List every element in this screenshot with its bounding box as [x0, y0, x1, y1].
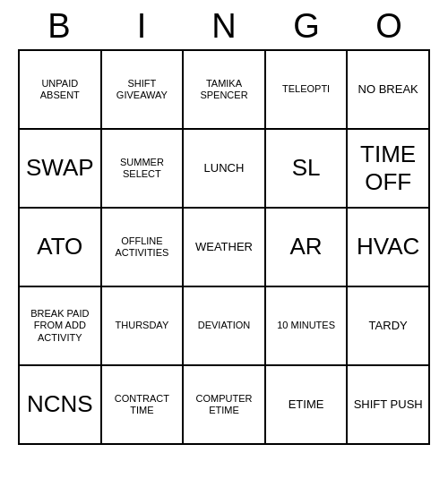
bingo-cell: TARDY — [348, 287, 430, 366]
bingo-header: BINGO — [18, 0, 430, 49]
bingo-cell: NO BREAK — [348, 51, 430, 130]
header-letter: N — [186, 7, 262, 46]
bingo-cell: ETIME — [266, 366, 349, 445]
bingo-cell: OFFLINE ACTIVITIES — [102, 209, 185, 287]
bingo-cell: DEVIATION — [184, 287, 266, 366]
bingo-cell: SWAP — [20, 130, 102, 209]
bingo-cell: HVAC — [348, 209, 430, 287]
header-letter: B — [22, 7, 97, 46]
bingo-cell: SHIFT PUSH — [348, 366, 430, 445]
bingo-cell: TIME OFF — [348, 130, 430, 209]
bingo-row: SWAPSUMMER SELECTLUNCHSLTIME OFF — [20, 130, 430, 209]
bingo-row: NCNSCONTRACT TIMECOMPUTER ETIMEETIMESHIF… — [20, 366, 430, 445]
bingo-cell: TELEOPTI — [266, 51, 349, 130]
bingo-cell: ATO — [20, 209, 102, 287]
bingo-cell: AR — [266, 209, 349, 287]
bingo-row: BREAK PAID FROM ADD ACTIVITYTHURSDAYDEVI… — [20, 287, 430, 366]
header-letter: O — [351, 7, 426, 46]
bingo-cell: LUNCH — [184, 130, 266, 209]
bingo-cell: TAMIKA SPENCER — [184, 51, 266, 130]
bingo-cell: CONTRACT TIME — [102, 366, 185, 445]
bingo-cell: UNPAID ABSENT — [20, 51, 102, 130]
bingo-cell: WEATHER — [184, 209, 266, 287]
bingo-cell: SUMMER SELECT — [102, 130, 185, 209]
bingo-row: UNPAID ABSENTSHIFT GIVEAWAYTAMIKA SPENCE… — [20, 51, 430, 130]
header-letter: G — [269, 7, 344, 46]
bingo-grid: UNPAID ABSENTSHIFT GIVEAWAYTAMIKA SPENCE… — [18, 49, 430, 445]
bingo-cell: 10 MINUTES — [266, 287, 349, 366]
bingo-cell: THURSDAY — [102, 287, 185, 366]
bingo-cell: NCNS — [20, 366, 102, 445]
bingo-row: ATOOFFLINE ACTIVITIESWEATHERARHVAC — [20, 209, 430, 287]
header-letter: I — [104, 7, 179, 46]
bingo-cell: SHIFT GIVEAWAY — [102, 51, 185, 130]
bingo-cell: SL — [266, 130, 349, 209]
bingo-cell: COMPUTER ETIME — [184, 366, 266, 445]
bingo-cell: BREAK PAID FROM ADD ACTIVITY — [20, 287, 102, 366]
